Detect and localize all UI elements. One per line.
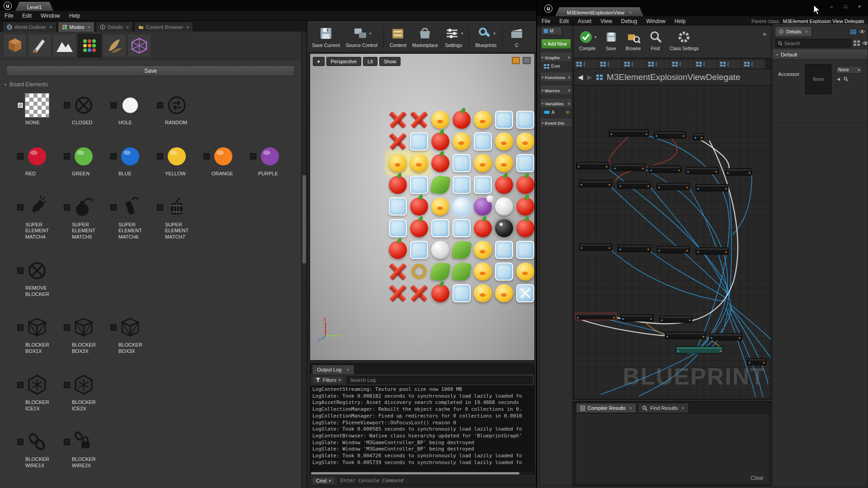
place-mode-button[interactable] (3, 34, 27, 57)
tab-details[interactable]: Details× (96, 22, 133, 32)
eventgraph-item[interactable]: Ever (540, 62, 572, 69)
dropdown-caret-icon[interactable]: ▾ (594, 35, 597, 39)
board-cell[interactable] (387, 261, 408, 282)
board-cell[interactable] (514, 217, 535, 239)
graph-tab[interactable]: ( (598, 59, 622, 69)
variable-item[interactable]: A (540, 108, 572, 115)
browse-asset-icon[interactable] (844, 77, 848, 81)
board-cell[interactable] (472, 174, 493, 196)
board-cell[interactable] (408, 152, 429, 174)
board-cell[interactable] (429, 261, 451, 282)
blueprint-tab[interactable]: M3ElementExplosionView × (555, 7, 643, 16)
checkbox-closed[interactable] (64, 102, 70, 108)
checkbox-remove-blocker[interactable] (17, 267, 24, 274)
graph-tab[interactable]: ( (622, 59, 646, 69)
board-cell[interactable] (451, 261, 472, 282)
toolbar-overflow-chevron-icon[interactable]: » (763, 30, 766, 38)
foliage-mode-button[interactable] (103, 34, 126, 57)
board-cell[interactable] (493, 152, 514, 174)
checkbox-blue[interactable] (110, 153, 117, 160)
menu-edit[interactable]: Edit (18, 12, 36, 20)
graph-node[interactable] (660, 316, 692, 323)
checkbox-blocker-ice1x[interactable] (17, 382, 24, 388)
board-cell[interactable] (493, 261, 514, 282)
checkbox-random[interactable] (157, 102, 163, 108)
graph-node[interactable] (726, 169, 752, 175)
parent-class-link[interactable]: M3Element Explosion View Delegate (783, 19, 864, 24)
board-cell[interactable] (451, 109, 472, 131)
board-cell[interactable] (408, 217, 429, 239)
board-cell[interactable] (408, 131, 429, 152)
board-cell[interactable] (429, 196, 451, 217)
default-section-header[interactable]: ▾ Default (773, 50, 868, 60)
graph-node[interactable] (693, 133, 704, 140)
checkbox-hole[interactable] (110, 102, 117, 108)
filters-button[interactable]: Filters ▾ (312, 376, 344, 384)
eye-filter-icon[interactable] (862, 41, 868, 46)
section-graphs[interactable]: ▾Graphs+ (540, 53, 572, 62)
board-editor-mode-button[interactable] (78, 34, 101, 57)
log-hscrollbar[interactable] (310, 472, 534, 475)
board-cell[interactable] (429, 174, 451, 196)
bp-menu-file[interactable]: File (537, 17, 555, 25)
my-blueprint-tab[interactable]: M (541, 27, 562, 35)
checkbox-super-element-match6[interactable] (110, 204, 117, 211)
board-cell[interactable] (387, 217, 408, 239)
checkbox-blocker-box2x[interactable] (64, 324, 70, 331)
maximize-viewport-icon[interactable] (523, 57, 531, 64)
tab-modes[interactable]: Modes× (58, 22, 94, 32)
board-cell[interactable] (514, 196, 535, 217)
paint-mode-button[interactable] (28, 34, 52, 57)
add-icon[interactable]: + (568, 101, 571, 106)
board-cell[interactable] (493, 239, 514, 261)
tab-find-results[interactable]: Find Results× (638, 403, 689, 413)
clear-button[interactable]: Clear (750, 475, 764, 481)
graph-node[interactable] (579, 244, 612, 250)
graph-node[interactable] (613, 164, 645, 171)
board-cell[interactable] (514, 131, 535, 152)
graph-canvas[interactable]: BLUEPRINT (574, 85, 771, 399)
board-cell[interactable] (472, 131, 493, 152)
board-cell[interactable] (408, 174, 429, 196)
tab-output-log[interactable]: Output Log × (312, 365, 354, 374)
close-icon[interactable]: × (346, 367, 349, 372)
graph-node[interactable] (676, 347, 723, 353)
graph-tab[interactable]: ( (693, 59, 717, 69)
board-cell[interactable] (472, 239, 493, 261)
breadcrumb-title[interactable]: M3ElementExplosionViewDelegate (607, 72, 740, 82)
hscroll-thumb[interactable] (311, 472, 519, 474)
level-titlebar[interactable]: u Level1 (0, 0, 536, 11)
bp-toolbar-save-button[interactable]: Save (604, 29, 619, 51)
board-cell[interactable] (472, 196, 493, 217)
checkbox-super-element-match4[interactable] (17, 204, 24, 211)
viewport-perspective-button[interactable]: Perspective (326, 57, 361, 66)
close-icon[interactable]: × (186, 24, 189, 30)
board-cell[interactable] (429, 282, 451, 304)
board-cell[interactable] (493, 217, 514, 239)
console-input[interactable] (337, 477, 533, 485)
board-cell[interactable] (472, 261, 493, 282)
board-cell[interactable] (472, 217, 493, 239)
board-cell[interactable] (514, 109, 535, 131)
checkbox-orange[interactable] (203, 153, 210, 160)
checkbox-blocker-wire2x[interactable] (64, 439, 70, 445)
viewport-show-button[interactable]: Show (379, 57, 401, 66)
tab-compiler-results[interactable]: Compiler Results× (576, 403, 637, 413)
board-cell[interactable] (451, 282, 472, 304)
toolbar-content-button[interactable]: Content (390, 25, 406, 48)
board-cell[interactable] (408, 239, 429, 261)
bp-toolbar-class-settings-button[interactable]: Class Settings (670, 29, 699, 51)
graph-node[interactable] (696, 184, 728, 191)
board-cell[interactable] (472, 152, 493, 174)
board-cell[interactable] (472, 282, 493, 304)
board-cell[interactable] (493, 174, 514, 196)
checkbox-super-element-match5[interactable] (64, 204, 70, 211)
board-cell[interactable] (387, 282, 408, 304)
graph-node[interactable] (579, 180, 612, 187)
board-cell[interactable] (451, 174, 472, 196)
log-lines[interactable]: LogContentStreaming: Texture pool size n… (310, 385, 534, 472)
graph-node[interactable] (576, 313, 616, 320)
menu-window[interactable]: Window (36, 12, 65, 20)
details-search-box[interactable] (775, 39, 851, 47)
bp-toolbar-find-button[interactable]: Find (648, 29, 663, 51)
